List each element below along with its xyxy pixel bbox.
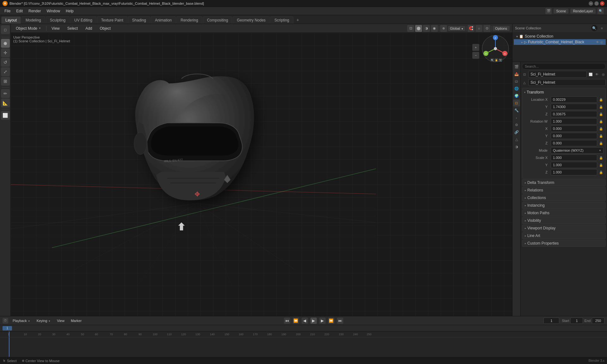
viewport-shading-wire[interactable]: ⊡ — [407, 25, 414, 32]
viewport-canvas[interactable]: User Perspective (1) Scene Collection | … — [11, 33, 512, 316]
global-selector[interactable]: Global ▼ — [448, 26, 465, 31]
tool-annotate[interactable]: ✏ — [1, 89, 10, 98]
start-frame-input[interactable]: 1 — [570, 318, 583, 324]
viewport[interactable]: Object Mode ▼ View Select Add Object ⊡ ⬤… — [11, 24, 512, 316]
global-local-toggle[interactable]: ⊕ — [440, 25, 447, 32]
playback-menu[interactable]: Playback ▼ — [11, 318, 32, 323]
view-menu[interactable]: View — [55, 318, 66, 323]
step-back-button[interactable]: ◀ — [302, 318, 308, 324]
tab-shading[interactable]: Shading — [128, 16, 150, 24]
tab-geometry-nodes[interactable]: Geometry Nodes — [233, 16, 270, 24]
section-relations[interactable]: ▸ Relations — [522, 187, 606, 194]
rotation-y-value[interactable]: 0.000 — [551, 133, 597, 139]
scale-y-lock[interactable]: 🔒 — [598, 162, 604, 167]
properties-search-input[interactable] — [522, 63, 606, 70]
outliner-visibility-icon[interactable]: 👁 — [596, 40, 599, 44]
outliner-filter-button[interactable]: ≡ — [599, 26, 604, 31]
viewport-shading-render[interactable]: ◉ — [431, 25, 438, 32]
rotation-x-value[interactable]: 0.000 — [551, 125, 597, 132]
prop-icon-particles[interactable]: ⬩ — [513, 114, 520, 121]
tab-animation[interactable]: Animation — [151, 16, 176, 24]
menu-help[interactable]: Help — [63, 8, 76, 14]
render-layer-selector[interactable]: RenderLayer — [570, 9, 596, 14]
close-button[interactable]: ✕ — [600, 1, 604, 6]
engine-icon[interactable]: 🎬 — [545, 8, 552, 14]
viewport-shading-material[interactable]: ◑ — [423, 25, 430, 32]
keying-menu[interactable]: Keying ▼ — [35, 318, 53, 323]
search-icon[interactable]: 🔍 — [598, 8, 604, 14]
tool-move[interactable]: ✛ — [1, 48, 10, 57]
location-y-lock[interactable]: 🔒 — [598, 104, 604, 109]
prev-keyframe-button[interactable]: ⏪ — [293, 318, 299, 324]
tool-transform[interactable]: ⊞ — [1, 77, 10, 86]
step-forward-button[interactable]: ▶ — [319, 318, 326, 324]
menu-select[interactable]: Select — [65, 26, 80, 31]
scene-selector[interactable]: Scene — [554, 9, 568, 14]
location-y-value[interactable]: 1.74300 — [551, 104, 597, 110]
section-collections[interactable]: ▸ Collections — [522, 194, 606, 201]
tool-measure[interactable]: 📐 — [1, 99, 10, 107]
tab-uv-editing[interactable]: UV Editing — [70, 16, 96, 24]
scale-z-value[interactable]: 1.000 — [551, 169, 597, 175]
end-frame-input[interactable]: 250 — [592, 318, 604, 324]
rotation-w-value[interactable]: 1.000 — [551, 118, 597, 124]
scale-z-lock[interactable]: 🔒 — [598, 170, 604, 175]
tool-scale[interactable]: ⤢ — [1, 67, 10, 76]
menu-render[interactable]: Render — [26, 8, 43, 14]
tab-sculpting[interactable]: Sculpting — [46, 16, 70, 24]
prop-icon-scene[interactable]: 🌐 — [513, 85, 520, 92]
menu-file[interactable]: File — [2, 8, 13, 14]
rotation-mode-selector[interactable]: Quaternion (WXYZ) ▼ — [551, 147, 604, 154]
section-visibility[interactable]: ▸ Visibility — [522, 217, 606, 224]
proportional-edit[interactable]: ○ — [475, 25, 482, 32]
next-keyframe-button[interactable]: ⏩ — [328, 318, 334, 324]
section-line-art[interactable]: ▸ Line Art — [522, 232, 606, 239]
tool-select-box[interactable]: ◻ — [1, 25, 10, 34]
viewport-zoom-in[interactable]: + — [472, 44, 479, 51]
menu-object[interactable]: Object — [97, 26, 113, 31]
outliner-render-icon[interactable]: ◎ — [600, 40, 603, 44]
prop-icon-output[interactable]: 📤 — [513, 70, 520, 77]
prop-icon-render[interactable]: 🎬 — [513, 63, 520, 70]
menu-add[interactable]: Add — [83, 26, 95, 31]
prop-icon-object[interactable]: ⊡ — [513, 100, 520, 106]
prop-icon-button[interactable]: ⬜ — [588, 72, 593, 77]
menu-window[interactable]: Window — [44, 8, 63, 14]
marker-menu[interactable]: Marker — [69, 318, 83, 323]
menu-edit[interactable]: Edit — [14, 8, 25, 14]
pivot-point[interactable]: ⊙ — [483, 25, 490, 32]
outliner-search-button[interactable]: 🔍 — [591, 25, 598, 31]
tab-rendering[interactable]: Rendering — [176, 16, 202, 24]
section-viewport-display[interactable]: ▸ Viewport Display — [522, 225, 606, 232]
section-custom-properties[interactable]: ▸ Custom Properties — [522, 240, 606, 247]
menu-view[interactable]: View — [49, 26, 62, 31]
scale-x-value[interactable]: 1.000 — [551, 155, 597, 161]
location-x-value[interactable]: 0.00229 — [551, 96, 597, 103]
tool-rotate[interactable]: ↺ — [1, 58, 10, 67]
prop-icon-constraints[interactable]: 🔗 — [513, 129, 520, 136]
maximize-button[interactable]: □ — [594, 1, 599, 6]
tab-layout[interactable]: Layout — [1, 16, 21, 24]
tab-scripting[interactable]: Scripting — [270, 16, 293, 24]
tab-compositing[interactable]: Compositing — [203, 16, 232, 24]
jump-to-start-button[interactable]: ⏮ — [284, 318, 290, 324]
prop-icon-world[interactable]: 🌍 — [513, 92, 520, 99]
object-mode-selector[interactable]: Object Mode ▼ — [13, 26, 44, 31]
outliner-helmet-item[interactable]: ▸ ▷ Futuristic_Combat_Helmet_Black 👁 ◎ — [514, 39, 606, 45]
scale-y-value[interactable]: 1.000 — [551, 162, 597, 168]
prop-visibility-button[interactable]: 👁 — [594, 72, 599, 77]
prop-icon-physics[interactable]: ⚙ — [513, 121, 520, 128]
tab-modeling[interactable]: Modeling — [21, 16, 45, 24]
snap-toggle[interactable]: 🧲 — [468, 25, 475, 32]
viewport-shading-solid[interactable]: ⬤ — [415, 25, 422, 32]
prop-camera-button[interactable]: ◎ — [601, 72, 606, 77]
section-delta-transform[interactable]: ▸ Delta Transform — [522, 179, 606, 186]
prop-icon-material[interactable]: ◑ — [513, 143, 520, 150]
rotation-y-lock[interactable]: 🔒 — [598, 133, 604, 138]
outliner-scene-collection[interactable]: ▾ 📋 Scene Collection — [514, 33, 606, 39]
prop-icon-modifier[interactable]: 🔧 — [513, 107, 520, 114]
options-button[interactable]: Options — [493, 26, 510, 31]
object-name-field[interactable]: Sci_Fi_Helmet — [528, 71, 587, 78]
scale-x-lock[interactable]: 🔒 — [598, 155, 604, 160]
play-button[interactable]: ▶ — [310, 318, 317, 324]
